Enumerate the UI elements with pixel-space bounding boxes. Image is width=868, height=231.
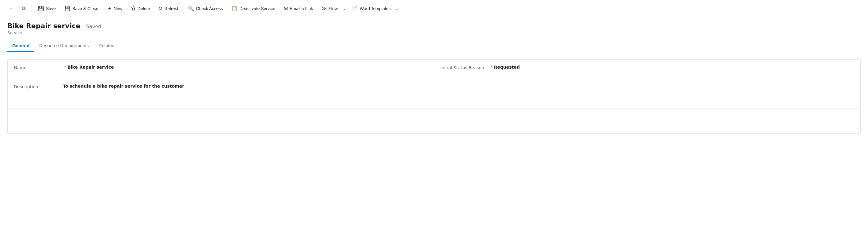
form-section: Name * Bike Repair service Initial Statu… [7,60,861,134]
page-saved-indicator: - Saved [83,24,101,29]
tabs: General Resource Requirements Related [0,40,868,52]
flow-icon: ≫ [321,5,327,11]
back-icon: ← [8,6,13,11]
extra-right [434,109,861,133]
save-button[interactable]: 💾 Save [34,4,59,13]
toolbar-divider-1 [32,5,32,12]
description-field-left: Description To schedule a bike repair se… [8,78,434,94]
check-access-button[interactable]: 🔍 Check Access [184,4,226,13]
content-area: Name * Bike Repair service Initial Statu… [0,52,868,141]
check-access-label: Check Access [196,6,223,11]
delete-button[interactable]: 🗑 Delete [127,4,154,13]
name-required: * [64,65,66,70]
name-row: Name * Bike Repair service Initial Statu… [8,60,860,78]
flow-dropdown-button[interactable]: ⌄ [341,5,347,12]
flow-label: Flow [329,6,338,11]
word-templates-dropdown-button[interactable]: ⌄ [394,5,400,12]
check-access-icon: 🔍 [188,5,194,11]
page-header: Bike Repair service - Saved Service [0,17,868,35]
delete-icon: 🗑 [131,6,136,11]
save-label: Save [46,6,56,11]
page-title: Bike Repair service [7,22,80,30]
initial-status-field-right: Initial Status Reason * Requested [434,60,861,78]
tab-general[interactable]: General [7,40,34,52]
flow-button-group: ≫ Flow ⌄ [318,4,347,13]
name-value[interactable]: Bike Repair service [67,65,428,70]
description-right-empty [434,78,861,88]
initial-status-required: * [491,65,493,70]
name-label: Name [14,65,63,70]
refresh-button[interactable]: ↺ Refresh [155,4,183,13]
new-button[interactable]: ＋ New [103,3,126,13]
deactivate-label: Deactivate Service [239,6,275,11]
tab-related[interactable]: Related [94,40,120,52]
email-label: Email a Link [290,6,313,11]
name-field-left: Name * Bike Repair service [8,60,434,78]
refresh-icon: ↺ [158,5,162,11]
new-icon: ＋ [107,5,112,12]
popout-button[interactable]: ⧉ [19,4,29,13]
delete-label: Delete [137,6,150,11]
save-close-icon: 💾 [64,5,70,11]
popout-icon: ⧉ [22,6,25,11]
email-icon: ✉ [284,5,288,11]
extra-left [8,109,434,133]
back-button[interactable]: ← [5,4,17,13]
save-icon: 💾 [38,5,44,11]
deactivate-icon: 📋 [231,5,238,11]
word-templates-button-group: 📄 Word Templates ⌄ [348,4,400,13]
save-close-button[interactable]: 💾 Save & Close [61,4,102,13]
deactivate-button[interactable]: 📋 Deactivate Service [228,4,279,13]
page-subtitle: Service [7,30,861,35]
description-value[interactable]: To schedule a bike repair service for th… [63,84,184,89]
word-templates-icon: 📄 [352,5,358,11]
refresh-label: Refresh [164,6,179,11]
initial-status-value[interactable]: Requested [494,65,855,70]
tab-resource-requirements[interactable]: Resource Requirements [34,40,94,52]
initial-status-label: Initial Status Reason [440,65,490,70]
extra-row [8,109,860,133]
toolbar: ← ⧉ 💾 Save 💾 Save & Close ＋ New 🗑 Delete… [0,0,868,17]
flow-button[interactable]: ≫ Flow [318,4,341,13]
word-templates-button[interactable]: 📄 Word Templates [348,4,395,13]
description-row: Description To schedule a bike repair se… [8,78,860,109]
word-templates-label: Word Templates [360,6,391,11]
description-label: Description [14,84,63,89]
email-link-button[interactable]: ✉ Email a Link [280,4,317,13]
save-close-label: Save & Close [72,6,98,11]
new-label: New [114,6,122,11]
